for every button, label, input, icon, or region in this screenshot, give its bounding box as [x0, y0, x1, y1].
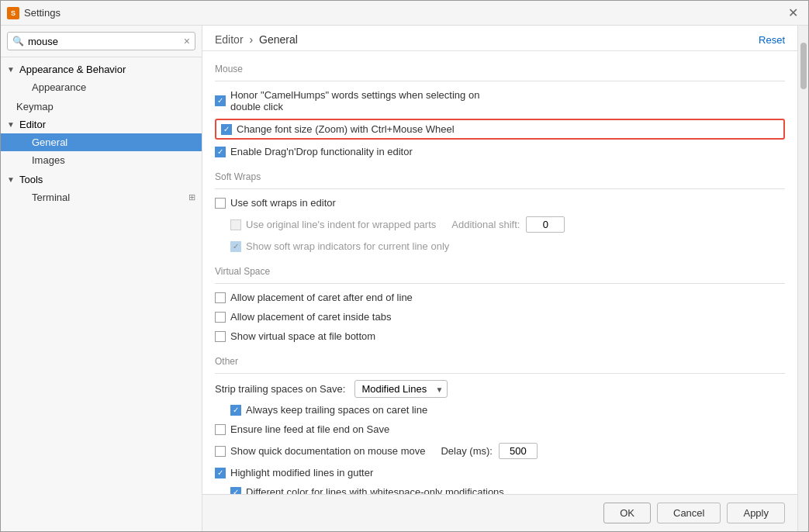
- delay-label: Delay (ms):: [441, 445, 492, 457]
- breadcrumb-parent: Editor: [215, 33, 244, 46]
- strip-trailing-row: Strip trailing spaces on Save: None Modi…: [215, 380, 785, 398]
- use-original-indent-label[interactable]: Use original line's indent for wrapped p…: [230, 219, 436, 230]
- additional-shift-input[interactable]: [526, 216, 565, 233]
- sidebar-item-tools[interactable]: ▼ Tools: [1, 171, 202, 188]
- honor-camelhumps-checkbox[interactable]: [215, 95, 226, 106]
- change-font-size-row: Change font size (Zoom) with Ctrl+Mouse …: [215, 119, 785, 140]
- ensure-line-feed-label[interactable]: Ensure line feed at file end on Save: [215, 423, 389, 435]
- search-input[interactable]: [28, 36, 184, 47]
- apply-button[interactable]: Apply: [727, 503, 785, 523]
- show-quick-doc-label[interactable]: Show quick documentation on mouse move: [215, 445, 425, 457]
- use-original-indent-text: Use original line's indent for wrapped p…: [246, 219, 436, 230]
- ok-button[interactable]: OK: [603, 503, 651, 523]
- sidebar-item-general[interactable]: General: [1, 133, 202, 151]
- enable-drag-drop-text: Enable Drag'n'Drop functionality in edit…: [230, 146, 413, 157]
- show-soft-wrap-row: Show soft wrap indicators for current li…: [215, 239, 785, 254]
- change-font-size-checkbox[interactable]: [221, 124, 232, 135]
- allow-caret-tabs-checkbox[interactable]: [215, 312, 226, 323]
- allow-caret-end-row: Allow placement of caret after end of li…: [215, 290, 785, 305]
- strip-trailing-select[interactable]: None Modified Lines All: [354, 380, 448, 398]
- allow-caret-tabs-label[interactable]: Allow placement of caret inside tabs: [215, 311, 391, 323]
- allow-caret-tabs-text: Allow placement of caret inside tabs: [230, 311, 391, 323]
- search-input-wrapper: 🔍 ×: [7, 32, 195, 50]
- search-clear-button[interactable]: ×: [184, 35, 190, 47]
- enable-drag-drop-checkbox[interactable]: [215, 147, 226, 157]
- always-keep-trailing-checkbox[interactable]: [230, 405, 241, 416]
- sidebar: 🔍 × ▼ Appearance & Behavior Appearance: [1, 26, 202, 531]
- show-virtual-space-checkbox[interactable]: [215, 331, 226, 342]
- show-quick-doc-inline: Show quick documentation on mouse move D…: [215, 443, 538, 459]
- breadcrumb-current: General: [259, 33, 298, 46]
- footer: OK Cancel Apply: [202, 494, 797, 531]
- use-original-indent-row: Use original line's indent for wrapped p…: [215, 215, 785, 234]
- collapse-arrow-icon: ▼: [7, 65, 16, 74]
- terminal-badge: ⊞: [188, 192, 195, 202]
- show-soft-wrap-label[interactable]: Show soft wrap indicators for current li…: [230, 240, 449, 252]
- ensure-line-feed-checkbox[interactable]: [215, 424, 226, 435]
- nav-group-editor: ▼ Editor General Images: [1, 116, 202, 169]
- strip-trailing-select-wrapper: None Modified Lines All ▼: [354, 380, 448, 398]
- collapse-arrow-tools-icon: ▼: [7, 175, 16, 184]
- scrollbar-thumb[interactable]: [800, 43, 807, 89]
- nav-group-appearance-behavior: ▼ Appearance & Behavior Appearance: [1, 60, 202, 96]
- main-header: Editor › General Reset: [202, 26, 797, 51]
- mouse-section-title: Mouse: [215, 64, 785, 74]
- highlight-modified-label[interactable]: Highlight modified lines in gutter: [215, 467, 373, 478]
- show-virtual-space-row: Show virtual space at file bottom: [215, 329, 785, 344]
- soft-wraps-title: Soft Wraps: [215, 171, 785, 182]
- different-color-label[interactable]: Different color for lines with whitespac…: [230, 486, 504, 494]
- scrollbar[interactable]: [797, 26, 808, 531]
- allow-caret-tabs-row: Allow placement of caret inside tabs: [215, 309, 785, 324]
- sidebar-item-appearance-behavior[interactable]: ▼ Appearance & Behavior: [1, 60, 202, 78]
- use-original-indent-checkbox[interactable]: [230, 219, 241, 230]
- sidebar-item-images[interactable]: Images: [1, 151, 202, 169]
- reset-link[interactable]: Reset: [759, 34, 785, 46]
- different-color-checkbox[interactable]: [230, 487, 241, 495]
- sidebar-item-terminal[interactable]: Terminal ⊞: [1, 188, 202, 206]
- strip-trailing-label: Strip trailing spaces on Save:: [215, 383, 345, 395]
- cancel-button[interactable]: Cancel: [657, 503, 721, 523]
- use-soft-wraps-row: Use soft wraps in editor: [215, 195, 785, 210]
- virtual-space-divider: [215, 283, 785, 284]
- show-virtual-space-label[interactable]: Show virtual space at file bottom: [215, 330, 375, 342]
- sidebar-item-appearance[interactable]: Appearance: [1, 78, 202, 96]
- virtual-space-title: Virtual Space: [215, 266, 785, 277]
- sidebar-item-keymap[interactable]: Keymap: [1, 98, 202, 116]
- window-title: Settings: [24, 7, 783, 19]
- highlight-modified-checkbox[interactable]: [215, 468, 226, 478]
- honor-camelhumps-label[interactable]: Honor "CamelHumps" words settings when s…: [215, 89, 479, 112]
- allow-caret-end-checkbox[interactable]: [215, 292, 226, 303]
- sidebar-item-editor[interactable]: ▼ Editor: [1, 116, 202, 133]
- virtual-space-section: Virtual Space Allow placement of caret a…: [215, 266, 785, 344]
- use-original-indent-inline: Use original line's indent for wrapped p…: [230, 216, 565, 233]
- search-icon: 🔍: [12, 36, 24, 47]
- app-icon: S: [7, 7, 19, 19]
- allow-caret-end-label[interactable]: Allow placement of caret after end of li…: [215, 292, 413, 303]
- collapse-arrow-editor-icon: ▼: [7, 120, 16, 129]
- use-soft-wraps-checkbox[interactable]: [215, 198, 226, 209]
- show-quick-doc-checkbox[interactable]: [215, 446, 226, 457]
- mouse-divider: [215, 81, 785, 81]
- use-soft-wraps-label[interactable]: Use soft wraps in editor: [215, 197, 336, 209]
- other-divider: [215, 373, 785, 374]
- close-button[interactable]: ✕: [783, 4, 802, 22]
- highlight-modified-text: Highlight modified lines in gutter: [230, 467, 373, 478]
- title-bar: S Settings ✕: [1, 1, 808, 26]
- settings-window: S Settings ✕ 🔍 × ▼ Appearance &: [0, 0, 809, 532]
- search-box: 🔍 ×: [1, 26, 202, 57]
- additional-shift-label: Additional shift:: [451, 219, 520, 230]
- mouse-section: Mouse Honor "CamelHumps" words settings …: [215, 64, 785, 159]
- nav-tree: ▼ Appearance & Behavior Appearance Keyma…: [1, 57, 202, 531]
- sidebar-item-label: Editor: [19, 119, 46, 130]
- show-soft-wrap-checkbox[interactable]: [230, 241, 241, 252]
- different-color-row: Different color for lines with whitespac…: [215, 485, 785, 494]
- show-virtual-space-text: Show virtual space at file bottom: [230, 330, 375, 342]
- allow-caret-end-text: Allow placement of caret after end of li…: [230, 292, 413, 303]
- always-keep-trailing-label[interactable]: Always keep trailing spaces on caret lin…: [230, 404, 427, 416]
- delay-input[interactable]: [499, 443, 538, 459]
- highlight-modified-row: Highlight modified lines in gutter: [215, 465, 785, 480]
- ensure-line-feed-text: Ensure line feed at file end on Save: [230, 423, 389, 435]
- enable-drag-drop-label[interactable]: Enable Drag'n'Drop functionality in edit…: [215, 146, 413, 157]
- other-section: Other Strip trailing spaces on Save: Non…: [215, 356, 785, 494]
- other-title: Other: [215, 356, 785, 367]
